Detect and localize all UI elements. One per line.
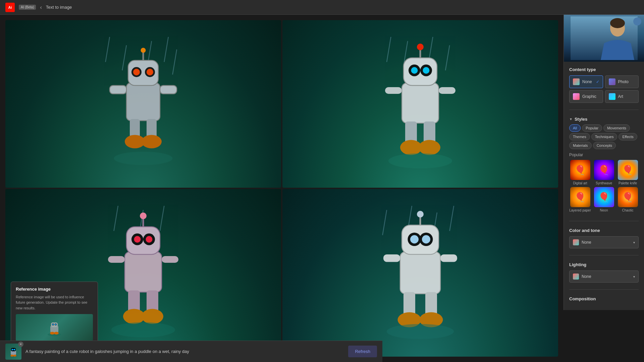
style-neon[interactable]: 🎈 Neon <box>593 187 615 212</box>
tag-effects[interactable]: Effects <box>619 133 637 140</box>
content-btn-none[interactable]: None ✓ <box>569 75 603 88</box>
reference-preview[interactable] <box>16 314 93 341</box>
svg-line-20 <box>387 37 391 62</box>
svg-point-10 <box>147 69 153 75</box>
composition-title: Composition <box>569 296 639 301</box>
digital-art-label: Digital art <box>573 181 587 185</box>
tag-materials[interactable]: Materials <box>569 142 592 149</box>
right-column: Content type None ✓ Photo Graphic <box>564 15 644 362</box>
svg-point-9 <box>133 69 140 75</box>
content-btn-art[interactable]: Art <box>605 90 639 103</box>
none-check: ✓ <box>596 79 599 84</box>
styles-title: Styles <box>575 117 587 122</box>
svg-point-84 <box>387 324 454 339</box>
svg-rect-25 <box>404 58 437 86</box>
right-panel: Content type None ✓ Photo Graphic <box>564 62 644 310</box>
layered-paper-thumb: 🎈 <box>570 187 590 207</box>
color-tone-chevron: ▾ <box>633 241 635 244</box>
svg-line-41 <box>160 206 164 231</box>
page-title: Text to image <box>46 5 72 10</box>
topbar: Ai AI (Beta) ‹ Text to image <box>0 0 644 15</box>
svg-rect-24 <box>402 83 439 123</box>
content-type-section: Content type None ✓ Photo Graphic <box>569 67 639 103</box>
svg-rect-43 <box>126 227 160 255</box>
back-button[interactable]: ‹ <box>40 5 42 10</box>
svg-point-12 <box>141 48 146 53</box>
svg-point-49 <box>140 213 147 219</box>
styles-chevron[interactable]: ▼ <box>569 117 573 121</box>
style-chaotic[interactable]: 🎈 Chaotic <box>617 187 639 212</box>
style-synthwave[interactable]: 🎈 Synthwave <box>593 160 615 185</box>
svg-line-69 <box>449 206 454 231</box>
synthwave-visual: 🎈 <box>594 160 614 180</box>
svg-point-77 <box>417 211 424 218</box>
svg-point-94 <box>610 18 625 28</box>
content-btn-photo[interactable]: Photo <box>605 75 639 88</box>
svg-rect-5 <box>126 83 160 121</box>
content-type-title: Content type <box>569 67 639 72</box>
prompt-thumbnail: ✕ <box>5 344 21 360</box>
tag-popular[interactable]: Popular <box>582 124 602 132</box>
close-thumbnail-button[interactable]: ✕ <box>18 342 23 347</box>
tag-themes[interactable]: Themes <box>569 133 590 140</box>
styles-section: ▼ Styles All Popular Movements Themes Te… <box>569 117 639 214</box>
webcam-feed <box>564 15 644 62</box>
svg-rect-78 <box>383 254 400 262</box>
style-grid-row2: 🎈 Layered paper 🎈 Neon 🎈 <box>569 187 639 212</box>
image-cell-4[interactable] <box>282 189 558 357</box>
svg-rect-70 <box>400 252 440 294</box>
svg-point-63 <box>55 324 56 325</box>
refresh-button[interactable]: Refresh <box>348 346 377 357</box>
svg-point-74 <box>410 235 419 244</box>
lighting-section: Lighting None ▾ <box>569 262 639 283</box>
image-cell-1[interactable] <box>5 20 281 188</box>
color-tone-section: Color and tone None ▾ <box>569 228 639 248</box>
art-icon <box>609 93 615 100</box>
photo-icon <box>609 78 615 85</box>
svg-point-29 <box>423 67 429 74</box>
neon-thumb: 🎈 <box>594 187 614 207</box>
svg-line-3 <box>164 37 168 62</box>
svg-line-0 <box>105 37 110 62</box>
svg-point-75 <box>422 235 430 244</box>
style-layered-paper[interactable]: 🎈 Layered paper <box>569 187 591 212</box>
robot-figure-2 <box>282 20 558 188</box>
robot-figure-1 <box>5 20 281 188</box>
divider-3 <box>569 255 639 255</box>
synthwave-thumb: 🎈 <box>594 160 614 180</box>
svg-point-64 <box>50 332 55 335</box>
beta-badge: AI (Beta) <box>19 5 36 10</box>
tag-techniques[interactable]: Techniques <box>591 133 618 140</box>
neon-label: Neon <box>600 208 608 212</box>
style-palette-knife[interactable]: 🎈 Palette knife <box>617 160 639 185</box>
tag-all[interactable]: All <box>569 124 581 132</box>
style-grid-row1: 🎈 Digital art 🎈 Synthwave 🎈 <box>569 160 639 185</box>
style-digital-art[interactable]: 🎈 Digital art <box>569 160 591 185</box>
divider-4 <box>569 289 639 290</box>
digital-art-visual: 🎈 <box>570 160 590 180</box>
lighting-dropdown[interactable]: None ▾ <box>569 270 639 283</box>
svg-line-23 <box>445 45 450 70</box>
webcam-area <box>564 15 644 62</box>
reference-title: Reference image <box>16 287 93 292</box>
content-btn-graphic[interactable]: Graphic <box>569 90 603 103</box>
lighting-value: None <box>582 274 591 279</box>
image-grid: Reference image Reference image will be … <box>0 15 564 362</box>
main-layout: Reference image Reference image will be … <box>0 15 644 362</box>
tag-concepts[interactable]: Concepts <box>593 142 616 149</box>
style-tags: All Popular Movements Themes Techniques … <box>569 124 639 149</box>
divider-2 <box>569 221 639 221</box>
palette-knife-thumb: 🎈 <box>618 160 638 180</box>
chaotic-visual: 🎈 <box>618 187 638 207</box>
image-cell-2[interactable] <box>282 20 558 188</box>
lighting-icon <box>573 274 579 280</box>
svg-point-55 <box>142 309 163 324</box>
image-cell-3[interactable]: Reference image Reference image will be … <box>5 189 281 357</box>
color-tone-dropdown[interactable]: None ▾ <box>569 236 639 248</box>
svg-point-19 <box>114 152 172 165</box>
composition-section: Composition <box>569 296 639 305</box>
tag-movements[interactable]: Movements <box>603 124 630 132</box>
svg-point-38 <box>388 154 452 169</box>
color-tone-title: Color and tone <box>569 228 639 233</box>
svg-point-28 <box>411 67 418 74</box>
